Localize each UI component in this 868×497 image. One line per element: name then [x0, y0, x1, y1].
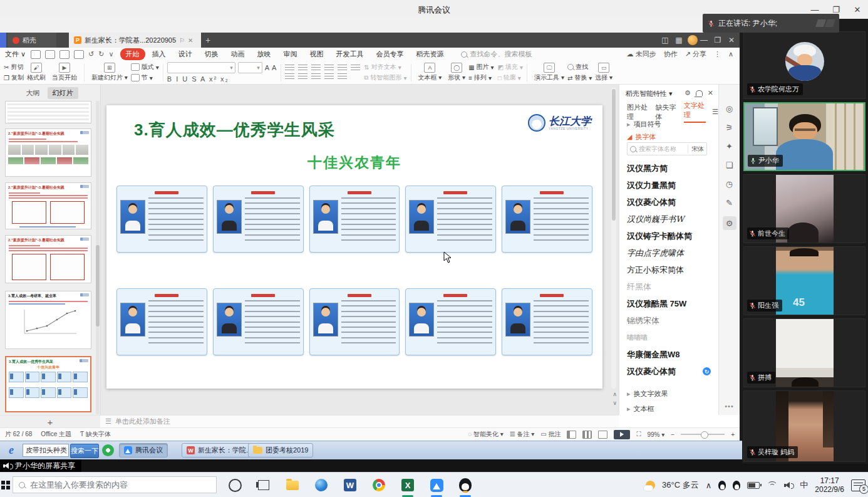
- file-explorer-icon[interactable]: [278, 473, 307, 497]
- ie-icon[interactable]: e: [9, 444, 14, 457]
- edge-icon[interactable]: [307, 473, 336, 497]
- undo-icon[interactable]: ↺: [88, 50, 94, 58]
- tab-devtools[interactable]: 开发工具: [331, 48, 369, 60]
- qat-more-icon[interactable]: ∨: [109, 50, 114, 58]
- zoom-slider[interactable]: [681, 434, 725, 435]
- slide-thumbnail[interactable]: [5, 101, 91, 123]
- slide-thumbnail[interactable]: 2."素质提升计划"-3.暑期社会实践: [5, 235, 91, 283]
- align-right-icon[interactable]: [311, 73, 321, 80]
- outline-button[interactable]: □ 轮廓 ▾: [498, 73, 523, 82]
- zoom-out-icon[interactable]: −: [671, 431, 674, 438]
- student-card[interactable]: [213, 288, 304, 355]
- font-size-select[interactable]: ▾: [238, 62, 262, 73]
- print-icon[interactable]: [59, 50, 70, 59]
- tab-member[interactable]: 会员专享: [371, 48, 410, 60]
- idea-icon[interactable]: ◎: [725, 103, 735, 113]
- student-card[interactable]: [502, 288, 592, 355]
- wps-home-button[interactable]: [0, 33, 6, 48]
- sorter-view-icon[interactable]: [582, 431, 592, 439]
- font-item[interactable]: 汉仪雅酷黑 75W: [627, 295, 711, 312]
- student-card[interactable]: [213, 186, 304, 253]
- font-item[interactable]: 纤黑体: [627, 278, 711, 295]
- present-tools-button[interactable]: 🖵演示工具 ▾: [531, 63, 567, 82]
- prev-slide-icon[interactable]: ∧: [612, 391, 617, 397]
- section-button[interactable]: 节 ▾: [131, 73, 159, 82]
- qq-tray-icon[interactable]: [733, 481, 740, 490]
- distribute-icon[interactable]: [338, 73, 347, 80]
- font-family-select[interactable]: ▾: [167, 62, 235, 73]
- tab-image-process[interactable]: 图片处理: [627, 103, 649, 122]
- bullet-list-icon[interactable]: [285, 65, 294, 71]
- slide-title[interactable]: 3.育人成效—优秀学生风采: [134, 119, 335, 141]
- replace-button[interactable]: ⇄ 替换 ▾: [567, 73, 592, 82]
- tab-text-process[interactable]: 文字处理: [684, 101, 706, 123]
- preview-icon[interactable]: [74, 50, 84, 59]
- section-text-effects[interactable]: ▸ 换文字效果: [627, 389, 668, 399]
- gear-icon[interactable]: ⚙: [685, 89, 691, 97]
- slide-thumbnail[interactable]: 3.育人成效—考研率、就业率: [5, 291, 91, 349]
- font-item[interactable]: 方正小标宋简体: [627, 261, 711, 278]
- tab-animation[interactable]: 动画: [225, 48, 251, 60]
- font-item[interactable]: 字由点字虎啸体: [627, 244, 711, 261]
- ie-search-box[interactable]: 皮带扣头种类: [23, 444, 69, 457]
- font-search-input[interactable]: 搜索字体名称 宋体: [627, 142, 707, 155]
- sync-status[interactable]: ☁ 未同步: [627, 50, 656, 59]
- strip-more-icon[interactable]: •••: [725, 402, 734, 410]
- cut-button[interactable]: ✂ 剪切: [4, 63, 24, 71]
- fill-button[interactable]: ◩ 填充 ▾: [498, 63, 523, 71]
- windows-panel-icon[interactable]: ❏: [725, 160, 735, 170]
- font-item[interactable]: 锦绣宋体: [627, 312, 711, 329]
- add-slide-button[interactable]: +: [0, 415, 100, 428]
- slide-thumbnail[interactable]: 2."素质提升计划"-3.暑期社会实践: [5, 128, 91, 177]
- section-swap-font[interactable]: ◢ 换字体: [627, 132, 656, 142]
- smartart-button[interactable]: ⧉ 转智能图形 ▾: [364, 73, 406, 82]
- green-app-icon[interactable]: [102, 444, 114, 456]
- pane-scrollbar[interactable]: [96, 101, 100, 414]
- align-text-button[interactable]: ⇅ 对齐文本 ▾: [364, 63, 406, 71]
- ime-indicator[interactable]: 中: [800, 479, 808, 491]
- slide-thumbnail-current[interactable]: 3.育人成效—优秀学生风采 十佳兴农青年: [5, 356, 91, 412]
- font-item[interactable]: 汉仪菱心体简↻: [627, 363, 711, 380]
- file-menu[interactable]: 文件 ∨: [5, 50, 26, 59]
- font-item[interactable]: 汉仪黑方简: [627, 160, 711, 177]
- section-bullets[interactable]: ▸ 项目符号: [627, 120, 661, 129]
- notes-button[interactable]: ☰ 备注 ▾: [510, 430, 535, 439]
- taskbar-search[interactable]: 在这里输入你要搜索的内容: [13, 476, 217, 493]
- tab-design[interactable]: 设计: [173, 48, 198, 60]
- beautify-button[interactable]: ◌ 智能美化 ▾: [468, 430, 504, 439]
- slideshow-play-button[interactable]: [614, 430, 630, 439]
- font-grow-shrink[interactable]: A A: [265, 64, 277, 71]
- font-item[interactable]: 华康俪金黑W8: [627, 346, 711, 363]
- excel-icon[interactable]: X: [393, 473, 422, 497]
- slide-thumbnail[interactable]: 2."素质提升计划"-3.暑期社会实践: [5, 182, 91, 229]
- participant-tile[interactable]: 拼搏: [743, 318, 865, 387]
- clock[interactable]: 17:17 2022/9/6: [815, 476, 844, 494]
- task-wps-doc[interactable]: W 新生家长：学院..: [182, 443, 255, 458]
- align-left-icon[interactable]: [285, 73, 294, 80]
- tencent-meeting-icon[interactable]: [422, 473, 451, 497]
- slide-subtitle[interactable]: 十佳兴农青年: [106, 153, 602, 172]
- volume-icon[interactable]: [783, 481, 793, 489]
- close-icon[interactable]: ✕: [847, 0, 868, 19]
- tab-close-icon[interactable]: ✕: [188, 37, 193, 44]
- share-button[interactable]: ↗ 分享: [685, 50, 706, 59]
- edit-note-icon[interactable]: ✎: [725, 197, 735, 207]
- weather-icon[interactable]: [646, 481, 655, 490]
- theme-label[interactable]: Office 主题: [41, 430, 71, 439]
- play-from-here-button[interactable]: ▶当页开始: [49, 63, 80, 82]
- weather-text[interactable]: 36°C 多云: [662, 479, 699, 491]
- font-item[interactable]: 汉仪菱心体简: [627, 194, 711, 211]
- student-card[interactable]: [116, 288, 207, 355]
- panel-close-icon[interactable]: ✕: [708, 89, 713, 97]
- slide[interactable]: 3.育人成效—优秀学生风采 十佳兴农青年 长江大学 YANGTZE UNIVER…: [106, 105, 602, 389]
- chrome-icon[interactable]: [364, 473, 393, 497]
- fit-icon[interactable]: ⛶: [636, 431, 641, 438]
- smart-feature-icon[interactable]: ⚙: [723, 216, 736, 230]
- participant-tile[interactable]: 吴梓璇 妈妈: [743, 390, 865, 462]
- settings-sliders-icon[interactable]: ⚞: [725, 122, 735, 132]
- export-icon[interactable]: [45, 50, 55, 59]
- more-dots-icon[interactable]: ⋮: [714, 50, 721, 58]
- font-item[interactable]: 汉仪力量黑简: [627, 177, 711, 194]
- qq-tray-icon[interactable]: [718, 481, 726, 490]
- tray-expand-icon[interactable]: ∧: [706, 481, 712, 490]
